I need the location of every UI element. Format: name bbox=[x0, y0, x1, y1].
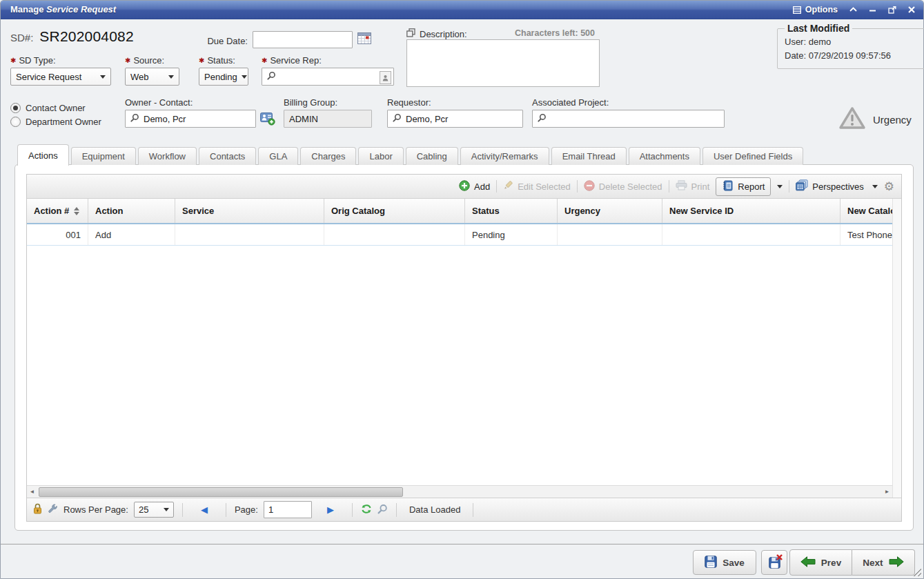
column-header-urgency[interactable]: Urgency bbox=[558, 199, 662, 223]
save-and-close-button[interactable] bbox=[761, 550, 787, 575]
column-header-new-catalog[interactable]: New Catalog bbox=[841, 199, 892, 223]
scrollbar-thumb[interactable] bbox=[39, 487, 403, 497]
owner-contact-input[interactable]: Demo, Pcr bbox=[125, 110, 256, 128]
due-date-input[interactable] bbox=[253, 31, 353, 48]
next-label: Next bbox=[863, 558, 883, 568]
cell-new-service-id bbox=[662, 224, 841, 245]
search-grid-icon[interactable] bbox=[377, 504, 388, 516]
add-contact-icon[interactable] bbox=[260, 112, 275, 128]
last-modified-panel: Last Modified User: demo Date: 07/29/201… bbox=[777, 23, 924, 69]
column-header-new-service-id[interactable]: New Service ID bbox=[662, 199, 841, 223]
billing-group-label: Billing Group: bbox=[284, 97, 337, 108]
tab-cabling[interactable]: Cabling bbox=[406, 147, 458, 165]
cell-urgency bbox=[558, 224, 662, 245]
pager-separator bbox=[352, 503, 353, 517]
column-header-action-num[interactable]: Action # bbox=[27, 199, 88, 223]
report-label: Report bbox=[738, 181, 765, 192]
next-button[interactable]: Next bbox=[852, 549, 915, 576]
radio-selected-icon bbox=[10, 103, 21, 113]
service-rep-input[interactable] bbox=[262, 68, 394, 86]
department-owner-label: Department Owner bbox=[26, 117, 101, 127]
description-textarea[interactable] bbox=[406, 39, 600, 87]
expand-icon[interactable] bbox=[406, 28, 415, 40]
source-value: Web bbox=[130, 72, 149, 82]
requestor-input[interactable]: Demo, Pcr bbox=[387, 110, 523, 128]
prev-page-icon[interactable]: ◀ bbox=[201, 505, 208, 514]
collapse-icon[interactable] bbox=[849, 7, 857, 12]
contact-owner-radio[interactable]: Contact Owner bbox=[10, 103, 86, 113]
tab-user-defined-fields[interactable]: User Defined Fields bbox=[702, 147, 803, 165]
report-button[interactable]: Report bbox=[716, 177, 771, 196]
urgency-indicator[interactable]: Urgency bbox=[838, 106, 912, 133]
delete-selected-button[interactable]: Delete Selected bbox=[584, 180, 662, 193]
next-page-icon[interactable]: ▶ bbox=[327, 505, 334, 514]
tab-email-thread[interactable]: Email Thread bbox=[551, 147, 627, 165]
pager-separator bbox=[473, 503, 473, 517]
status-select[interactable]: Pending bbox=[199, 68, 248, 86]
toolbar-separator bbox=[789, 180, 789, 193]
scrollbar-track[interactable] bbox=[37, 487, 882, 497]
table-row[interactable]: 001 Add Pending Test Phone S bbox=[27, 224, 892, 246]
tab-equipment[interactable]: Equipment bbox=[71, 147, 136, 165]
search-icon bbox=[538, 113, 547, 124]
tab-actions[interactable]: Actions bbox=[17, 144, 69, 166]
cell-orig-catalog bbox=[324, 224, 465, 245]
sd-number-value: SR202004082 bbox=[39, 28, 134, 45]
prev-button[interactable]: Prev bbox=[789, 549, 852, 576]
save-label: Save bbox=[723, 558, 745, 568]
tab-activity-remarks[interactable]: Activity/Remarks bbox=[460, 147, 549, 165]
associated-project-input[interactable] bbox=[532, 110, 725, 128]
last-modified-date: Date: 07/29/2019 09:57:56 bbox=[785, 49, 924, 63]
close-icon[interactable] bbox=[908, 6, 915, 13]
options-label: Options bbox=[805, 5, 838, 14]
sd-type-select[interactable]: Service Request bbox=[10, 68, 111, 86]
sort-icon bbox=[74, 207, 79, 215]
refresh-icon[interactable] bbox=[361, 504, 372, 516]
minimize-icon[interactable] bbox=[869, 7, 876, 12]
popout-icon[interactable] bbox=[888, 6, 896, 14]
column-header-action[interactable]: Action bbox=[88, 199, 175, 223]
person-picker-icon[interactable] bbox=[380, 71, 391, 84]
report-dropdown-icon[interactable] bbox=[777, 185, 783, 191]
lock-icon[interactable] bbox=[33, 503, 42, 516]
perspectives-button[interactable]: Perspectives bbox=[796, 179, 877, 193]
tab-charges[interactable]: Charges bbox=[300, 147, 356, 165]
add-button[interactable]: Add bbox=[459, 180, 490, 193]
page-input[interactable] bbox=[264, 501, 312, 518]
search-icon bbox=[267, 71, 276, 82]
scroll-right-icon[interactable]: ► bbox=[882, 487, 892, 498]
gear-icon[interactable]: ⚙ bbox=[884, 181, 894, 193]
perspectives-dropdown-icon bbox=[872, 185, 878, 191]
sd-number: SD#: SR202004082 bbox=[10, 28, 134, 45]
tab-gla[interactable]: GLA bbox=[258, 147, 298, 165]
description-label: Description: bbox=[420, 29, 467, 39]
required-icon: ✱ bbox=[10, 57, 16, 64]
edit-selected-button[interactable]: Edit Selected bbox=[503, 180, 571, 193]
column-header-orig-catalog[interactable]: Orig Catalog bbox=[324, 199, 465, 223]
edit-selected-label: Edit Selected bbox=[518, 181, 571, 192]
horizontal-scrollbar[interactable]: ◄ ► bbox=[27, 485, 892, 498]
cell-status: Pending bbox=[465, 224, 558, 245]
vertical-scrollbar[interactable] bbox=[892, 199, 901, 498]
options-button[interactable]: Options bbox=[793, 5, 838, 14]
search-icon bbox=[130, 113, 139, 124]
billing-group-input: ADMIN bbox=[284, 110, 372, 128]
source-select[interactable]: Web bbox=[125, 68, 179, 86]
tab-contacts[interactable]: Contacts bbox=[199, 147, 256, 165]
rows-per-page-select[interactable]: 25 bbox=[134, 502, 174, 518]
tab-workflow[interactable]: Workflow bbox=[138, 147, 197, 165]
calendar-icon[interactable] bbox=[357, 32, 371, 48]
print-button[interactable]: Print bbox=[676, 180, 710, 193]
delete-icon bbox=[584, 180, 595, 193]
grid-body: 001 Add Pending Test Phone S bbox=[27, 224, 892, 485]
column-header-service[interactable]: Service bbox=[175, 199, 324, 223]
department-owner-radio[interactable]: Department Owner bbox=[10, 117, 101, 127]
save-button[interactable]: Save bbox=[693, 550, 756, 575]
cell-service bbox=[175, 224, 324, 245]
tab-attachments[interactable]: Attachments bbox=[629, 147, 700, 165]
column-header-status[interactable]: Status bbox=[465, 199, 558, 223]
due-date-label: Due Date: bbox=[199, 36, 248, 46]
wrench-icon[interactable] bbox=[48, 504, 58, 516]
tab-labor[interactable]: Labor bbox=[358, 147, 403, 165]
scroll-left-icon[interactable]: ◄ bbox=[27, 487, 37, 498]
